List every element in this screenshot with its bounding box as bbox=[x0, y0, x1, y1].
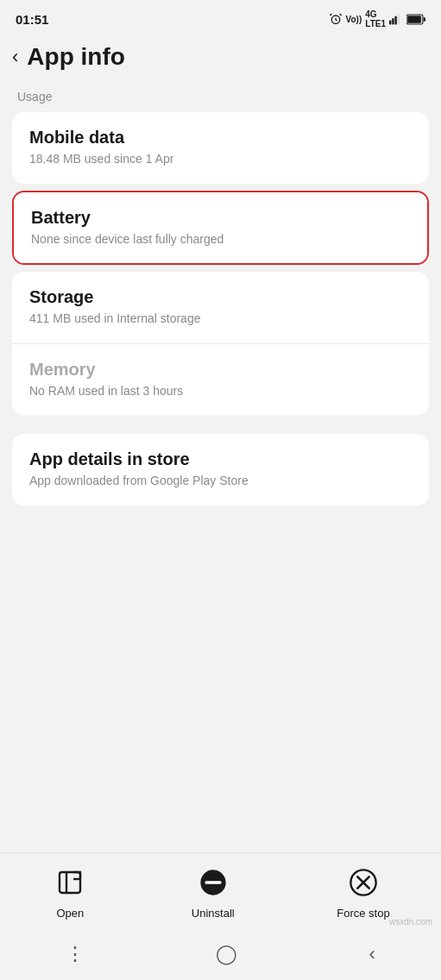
mobile-data-title: Mobile data bbox=[29, 128, 412, 148]
app-details-item[interactable]: App details in store App downloaded from… bbox=[12, 434, 429, 506]
svg-rect-8 bbox=[60, 872, 80, 893]
svg-rect-7 bbox=[407, 16, 421, 23]
alarm-icon bbox=[329, 12, 343, 26]
usage-card-top: Mobile data 18.48 MB used since 1 Apr bbox=[12, 112, 429, 184]
status-icons: Vo)) 4GLTE1 bbox=[329, 9, 425, 28]
open-label: Open bbox=[56, 907, 84, 920]
signal-text: Vo)) bbox=[346, 15, 362, 24]
battery-item[interactable]: Battery None since device last fully cha… bbox=[14, 192, 427, 264]
svg-rect-1 bbox=[389, 21, 391, 25]
open-button[interactable]: Open bbox=[51, 864, 89, 920]
mobile-data-subtitle: 18.48 MB used since 1 Apr bbox=[29, 151, 412, 168]
force-stop-label: Force stop bbox=[337, 907, 389, 920]
storage-memory-card: Storage 411 MB used in Internal storage … bbox=[12, 272, 429, 415]
storage-item[interactable]: Storage 411 MB used in Internal storage bbox=[12, 272, 429, 343]
nav-bar: ⋮ ◯ ‹ bbox=[0, 928, 441, 980]
storage-title: Storage bbox=[29, 287, 412, 307]
battery-status-icon bbox=[406, 14, 425, 25]
signal-icon bbox=[389, 13, 403, 25]
section-label-usage: Usage bbox=[0, 83, 441, 109]
svg-rect-4 bbox=[398, 14, 400, 24]
uninstall-icon bbox=[194, 864, 232, 901]
app-details-title: App details in store bbox=[29, 449, 412, 469]
nav-home-icon[interactable]: ◯ bbox=[216, 943, 237, 965]
watermark: wsxdn.com bbox=[389, 917, 432, 927]
nav-back-icon[interactable]: ‹ bbox=[369, 943, 375, 965]
battery-card[interactable]: Battery None since device last fully cha… bbox=[12, 191, 429, 266]
page-title: App info bbox=[27, 43, 125, 71]
svg-rect-3 bbox=[394, 16, 396, 25]
header: ‹ App info bbox=[0, 35, 441, 83]
memory-subtitle: No RAM used in last 3 hours bbox=[29, 383, 412, 400]
battery-subtitle: None since device last fully charged bbox=[31, 231, 410, 248]
battery-title: Battery bbox=[31, 208, 410, 228]
memory-item[interactable]: Memory No RAM used in last 3 hours bbox=[12, 343, 429, 416]
app-details-card[interactable]: App details in store App downloaded from… bbox=[12, 434, 429, 506]
bottom-action-bar: Open Uninstall Force stop bbox=[0, 852, 441, 928]
app-details-subtitle: App downloaded from Google Play Store bbox=[29, 473, 412, 490]
svg-rect-6 bbox=[424, 17, 425, 22]
status-bar: 01:51 Vo)) 4GLTE1 bbox=[0, 0, 441, 35]
open-icon bbox=[51, 864, 89, 901]
storage-subtitle: 411 MB used in Internal storage bbox=[29, 311, 412, 328]
mobile-data-item[interactable]: Mobile data 18.48 MB used since 1 Apr bbox=[12, 112, 429, 184]
network-text: 4GLTE1 bbox=[365, 9, 386, 28]
memory-title: Memory bbox=[29, 360, 412, 380]
svg-rect-2 bbox=[392, 18, 394, 24]
uninstall-button[interactable]: Uninstall bbox=[192, 864, 235, 920]
uninstall-label: Uninstall bbox=[192, 907, 235, 920]
back-button[interactable]: ‹ bbox=[12, 46, 18, 68]
nav-recents-icon[interactable]: ⋮ bbox=[66, 943, 85, 965]
status-time: 01:51 bbox=[16, 12, 48, 27]
force-stop-icon bbox=[344, 864, 382, 901]
force-stop-button[interactable]: Force stop bbox=[337, 864, 389, 920]
